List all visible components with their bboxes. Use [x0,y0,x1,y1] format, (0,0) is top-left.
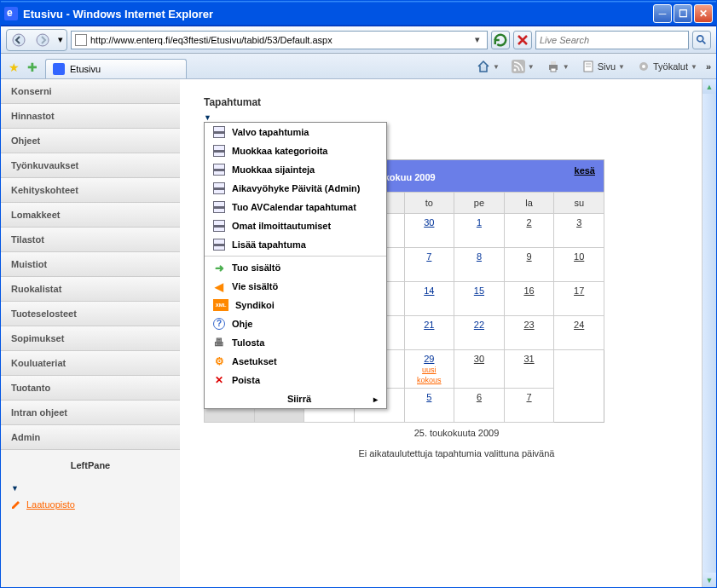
url-dropdown[interactable]: ▾ [471,32,483,49]
calendar-cell[interactable]: 30 [454,350,505,389]
sidebar-item[interactable]: Tuoteselosteet [1,302,180,326]
svg-point-0 [13,34,25,46]
menu-item[interactable]: Tuo AVCalendar tapahtumat [205,198,386,216]
module-dropdown-icon[interactable]: ▼ [204,113,709,122]
menu-item[interactable]: ➜Tuo sisältö [205,258,386,277]
sidebar-item[interactable]: Konserni [1,79,180,104]
search-button[interactable] [692,31,711,49]
next-month-link[interactable]: kesä [575,165,595,176]
home-button[interactable]: ▼ [473,58,503,75]
calendar-cell[interactable]: 22 [454,316,505,350]
sidebar-item[interactable]: Työnkuvaukset [1,153,180,178]
menu-item[interactable]: ✕Poista [205,371,386,389]
calendar-cell[interactable]: 16 [504,282,554,316]
svg-rect-8 [551,68,556,72]
menu-item[interactable]: Muokkaa kategorioita [205,141,386,160]
calendar-cell[interactable]: 2 [504,214,554,248]
title-bar: Etusivu - Windows Internet Explorer ─ ☐ … [1,1,716,26]
sidebar-item[interactable]: Lomakkeet [1,203,180,228]
url-input[interactable] [90,35,468,45]
toolbar-overflow[interactable]: » [706,61,711,72]
toolbar-right: ▼ ▼ ▼ Sivu▼ Työkalut▼ » [473,58,711,75]
menu-item[interactable]: Valvo tapahtumia [205,123,386,141]
browser-tab[interactable]: Etusivu [45,59,187,78]
menu-item[interactable]: ◀Vie sisältö [205,277,386,296]
vertical-scrollbar[interactable]: ▲ ▼ [702,79,716,587]
content-area: KonserniHinnastotOhjeetTyönkuvauksetKehi… [1,79,716,587]
menu-item[interactable]: Siirrä [205,389,386,408]
sidebar-item[interactable]: Sopimukset [1,326,180,351]
tools-menu[interactable]: Työkalut▼ [633,58,701,75]
sidebar-item[interactable]: Admin [1,425,180,450]
page-menu[interactable]: Sivu▼ [578,58,628,75]
minimize-button[interactable]: ─ [653,4,672,23]
sidebar-item[interactable]: Ruokalistat [1,277,180,302]
maximize-button[interactable]: ☐ [674,4,692,23]
stop-button[interactable] [513,31,532,49]
calendar-cell[interactable]: 6 [454,389,505,423]
forward-button[interactable] [31,30,55,50]
svg-point-1 [37,34,49,46]
sidebar-item[interactable]: Ohjeet [1,129,180,153]
calendar-cell[interactable]: 9 [504,248,554,282]
calendar-cell[interactable]: 21 [404,316,454,350]
print-button[interactable]: ▼ [543,58,573,75]
nav-dropdown[interactable]: ▾ [55,30,66,50]
menu-item[interactable]: ⚙Asetukset [205,352,386,371]
delete-icon: ✕ [213,374,225,386]
calendar-cell[interactable]: 3 [554,214,604,248]
calendar-cell[interactable]: 30 [404,214,454,248]
back-button[interactable] [7,30,31,50]
calendar-cell[interactable]: 17 [554,282,604,316]
sidebar-item[interactable]: Muistiot [1,252,180,277]
sidebar-item[interactable]: Hinnastot [1,104,180,129]
calendar-icon [213,182,225,194]
sidebar-item[interactable]: Kehityskohteet [1,178,180,203]
sidebar-item[interactable]: Tilastot [1,228,180,252]
calendar-cell[interactable]: 7 [404,248,454,282]
calendar-cell[interactable]: 7 [504,389,554,423]
menu-item[interactable]: 🖶Tulosta [205,333,386,352]
calendar-cell[interactable]: 8 [454,248,505,282]
menu-item[interactable]: Muokkaa sijainteja [205,160,386,179]
leftpane-dropdown-icon[interactable]: ▼ [11,484,170,493]
help-icon: ? [213,318,225,330]
menu-item[interactable]: Omat ilmoittautumiset [205,216,386,235]
xml-icon: XML [213,299,228,311]
day-header: la [504,193,554,214]
add-favorite-icon[interactable]: ✚ [25,60,40,75]
menu-item[interactable]: Lisää tapahtuma [205,235,386,254]
leftpane-label: LeftPane [1,450,180,481]
calendar-cell[interactable]: 5 [404,389,454,423]
favorites-icon[interactable]: ★ [6,60,21,75]
close-button[interactable]: ✕ [694,4,713,23]
sidebar-item[interactable]: Intran ohjeet [1,401,180,425]
search-box [535,31,689,49]
leftpane-link[interactable]: Laatuopisto [1,496,180,513]
svg-line-3 [703,40,706,43]
tab-bar: ★ ✚ Etusivu ▼ ▼ ▼ Sivu▼ Työkalut▼ » [1,54,716,79]
calendar-cell[interactable]: 10 [554,248,604,282]
calendar-cell[interactable]: 31 [504,350,554,389]
feeds-button[interactable]: ▼ [508,58,538,75]
scroll-down-button[interactable]: ▼ [703,573,716,587]
calendar-cell[interactable]: 14 [404,282,454,316]
scroll-up-button[interactable]: ▲ [703,79,716,94]
calendar-cell[interactable]: 29uusikokous [404,350,454,389]
calendar-cell[interactable]: 15 [454,282,505,316]
menu-separator [205,256,386,257]
search-input[interactable] [540,35,685,45]
calendar-cell[interactable]: 24 [554,316,604,350]
sidebar-item[interactable]: Kouluateriat [1,351,180,376]
calendar-cell[interactable]: 23 [504,316,554,350]
calendar-cell[interactable]: 1 [454,214,505,248]
calendar-icon [213,126,225,138]
menu-item[interactable]: XMLSyndikoi [205,296,386,314]
scroll-thumb[interactable] [703,94,716,573]
sidebar-item[interactable]: Tuotanto [1,376,180,401]
nav-buttons: ▾ [6,29,67,51]
refresh-button[interactable] [491,31,510,49]
menu-item[interactable]: ?Ohje [205,314,386,333]
main-area: Tapahtumat ▼ Valvo tapahtumiaMuokkaa kat… [180,79,716,587]
menu-item[interactable]: Aikavyöhyke Päivitä (Admin) [205,179,386,198]
